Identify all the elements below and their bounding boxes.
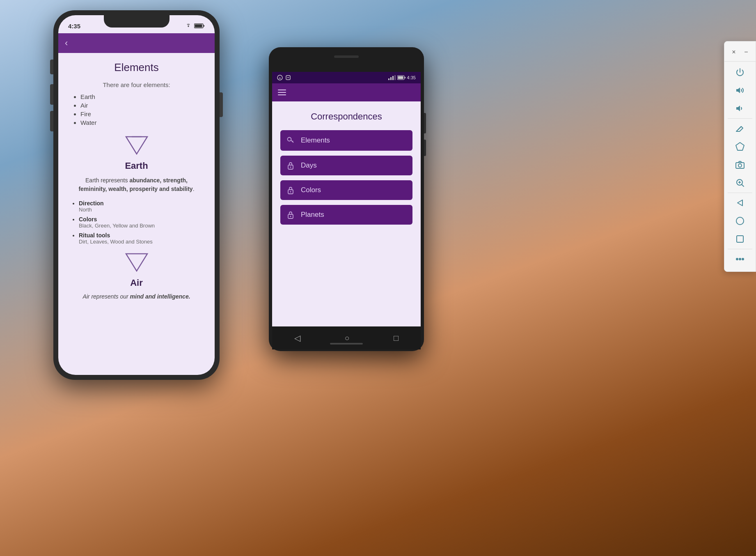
diamond-icon-button[interactable] xyxy=(724,138,756,156)
minimize-button[interactable]: − xyxy=(741,47,751,57)
square-icon-button[interactable] xyxy=(724,230,756,248)
elements-menu-button[interactable]: Elements xyxy=(280,130,412,151)
planets-button-label: Planets xyxy=(301,211,324,219)
android-recents-button[interactable]: □ xyxy=(394,333,399,343)
volume-up-icon xyxy=(735,85,745,95)
android-power-button[interactable] xyxy=(424,113,426,133)
svg-rect-13 xyxy=(394,75,396,80)
elements-button-label: Elements xyxy=(301,136,330,145)
circle-icon xyxy=(735,216,745,226)
back-icon xyxy=(735,198,745,208)
android-content: Correspondences Elements xyxy=(272,101,421,239)
volume-down-icon-button[interactable] xyxy=(724,99,756,117)
eraser-icon-button[interactable] xyxy=(724,119,756,138)
ios-header: ‹ xyxy=(58,33,215,53)
android-home-button[interactable]: ○ xyxy=(344,333,349,343)
svg-point-25 xyxy=(290,216,291,217)
svg-rect-10 xyxy=(388,78,389,80)
volume-down-icon xyxy=(735,103,745,113)
earth-description: Earth represents abundance, strength, fe… xyxy=(71,176,202,193)
camera-icon xyxy=(735,160,745,170)
list-item: Water xyxy=(80,119,202,126)
zoom-in-icon xyxy=(735,178,745,188)
divider-2 xyxy=(728,193,752,193)
ios-status-icons xyxy=(185,23,205,28)
svg-point-39 xyxy=(736,258,738,260)
circle-icon-button[interactable] xyxy=(724,212,756,230)
eraser-icon xyxy=(735,124,745,133)
more-icon xyxy=(735,254,745,264)
days-button-label: Days xyxy=(301,161,317,170)
ios-time: 4:35 xyxy=(68,23,80,30)
days-menu-button[interactable]: Days xyxy=(280,156,412,175)
svg-rect-12 xyxy=(392,76,394,80)
android-time: 4:35 xyxy=(407,75,416,80)
wifi-icon xyxy=(185,23,192,28)
colors-value: Black, Green, Yellow and Brown xyxy=(79,223,202,229)
hamburger-menu[interactable] xyxy=(278,90,286,95)
list-item: Air xyxy=(80,102,202,109)
more-icon-button[interactable] xyxy=(724,250,756,268)
svg-marker-29 xyxy=(736,142,744,150)
planets-menu-button[interactable]: Planets xyxy=(280,205,412,225)
svg-rect-1 xyxy=(195,25,202,28)
android-icon-a: A xyxy=(277,75,283,80)
lock-icon-2 xyxy=(287,186,294,194)
svg-line-28 xyxy=(738,126,741,130)
ios-power-button[interactable] xyxy=(220,92,223,117)
svg-marker-26 xyxy=(736,87,740,93)
volume-up-icon-button[interactable] xyxy=(724,81,756,99)
air-description: Air represents our mind and intelligence… xyxy=(71,293,202,300)
close-button[interactable]: × xyxy=(729,47,739,57)
android-speaker xyxy=(334,55,359,58)
power-icon-button[interactable] xyxy=(724,63,756,81)
ios-page-title: Elements xyxy=(71,61,202,74)
android-volume-button[interactable] xyxy=(424,140,426,156)
sidebar-panel: × − xyxy=(724,41,756,272)
ios-phone-shell: 4:35 ‹ Elements There are four elements: xyxy=(53,10,220,380)
camera-icon-button[interactable] xyxy=(724,156,756,174)
svg-point-23 xyxy=(290,191,291,193)
ritual-tools-label: Ritual tools xyxy=(79,232,110,239)
svg-rect-2 xyxy=(204,25,204,27)
key-icon xyxy=(287,136,294,145)
android-toolbar xyxy=(272,83,421,101)
android-bottom-bar xyxy=(330,343,363,345)
zoom-in-icon-button[interactable] xyxy=(724,174,756,192)
svg-line-33 xyxy=(742,185,744,187)
list-item: Colors Black, Green, Yellow and Brown xyxy=(79,216,202,229)
square-icon xyxy=(735,234,745,244)
svg-text:A: A xyxy=(279,76,281,80)
ios-volume-down-button[interactable] xyxy=(50,111,53,131)
svg-point-21 xyxy=(290,167,291,168)
svg-rect-16 xyxy=(405,77,405,78)
divider-3 xyxy=(728,249,752,249)
colors-button-label: Colors xyxy=(301,186,321,194)
colors-menu-button[interactable]: Colors xyxy=(280,180,412,200)
svg-marker-3 xyxy=(126,137,147,154)
sidebar-window-controls: × − xyxy=(724,45,756,62)
back-icon-button[interactable] xyxy=(724,194,756,212)
android-icon-b xyxy=(285,75,291,80)
ios-screen: 4:35 ‹ Elements There are four elements: xyxy=(58,15,215,375)
android-status-right: 4:35 xyxy=(388,75,416,80)
ios-back-button[interactable]: ‹ xyxy=(65,38,68,48)
elements-list: Earth Air Fire Water xyxy=(71,93,202,126)
svg-point-37 xyxy=(736,217,744,225)
svg-point-41 xyxy=(742,258,744,260)
direction-value: North xyxy=(79,207,202,213)
ios-volume-up-button[interactable] xyxy=(50,84,53,105)
diamond-icon xyxy=(735,142,745,152)
android-battery-icon xyxy=(397,75,405,80)
ios-content: Elements There are four elements: Earth … xyxy=(58,53,215,308)
earth-symbol xyxy=(124,134,149,156)
android-status-bar: A xyxy=(272,72,421,83)
list-item: Ritual tools Dirt, Leaves, Wood and Ston… xyxy=(79,232,202,245)
list-item: Earth xyxy=(80,93,202,100)
ios-notch xyxy=(104,15,170,28)
svg-point-40 xyxy=(739,258,741,260)
android-status-left: A xyxy=(277,75,291,80)
ios-mute-button[interactable] xyxy=(50,60,53,74)
svg-rect-11 xyxy=(390,77,392,80)
android-back-button[interactable]: ◁ xyxy=(294,333,300,343)
